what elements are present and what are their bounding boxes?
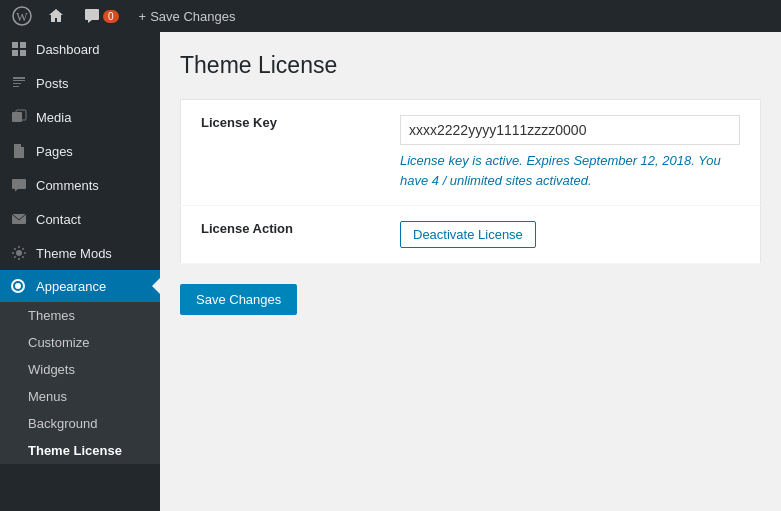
sidebar-item-theme-mods[interactable]: Theme Mods <box>0 236 160 270</box>
license-form-table: License Key License key is active. Expir… <box>180 99 761 264</box>
sidebar-item-pages[interactable]: Pages <box>0 134 160 168</box>
sidebar: Dashboard Posts Media Pages Comments <box>0 32 160 511</box>
sidebar-item-widgets[interactable]: Widgets <box>0 356 160 383</box>
pages-icon <box>10 142 28 160</box>
svg-point-9 <box>16 250 22 256</box>
posts-icon <box>10 74 28 92</box>
media-icon <box>10 108 28 126</box>
license-action-label: License Action <box>181 206 381 264</box>
sidebar-item-media[interactable]: Media <box>0 100 160 134</box>
sidebar-item-menus[interactable]: Menus <box>0 383 160 410</box>
sidebar-item-theme-license[interactable]: Theme License <box>0 437 160 464</box>
sidebar-label-media: Media <box>36 110 71 125</box>
license-key-input[interactable] <box>400 115 740 145</box>
sidebar-label-appearance: Appearance <box>36 279 106 294</box>
svg-rect-5 <box>20 50 26 56</box>
sidebar-label-theme-mods: Theme Mods <box>36 246 112 261</box>
svg-text:W: W <box>16 10 28 24</box>
appearance-arrow-icon <box>152 278 160 294</box>
sidebar-label-contact: Contact <box>36 212 81 227</box>
deactivate-license-button[interactable]: Deactivate License <box>400 221 536 248</box>
svg-rect-2 <box>12 42 18 48</box>
adminbar-comments[interactable]: 0 <box>76 0 127 32</box>
main-layout: Dashboard Posts Media Pages Comments <box>0 32 781 511</box>
svg-rect-4 <box>12 50 18 56</box>
license-key-row: License Key License key is active. Expir… <box>181 100 761 206</box>
license-status-text: License key is active. Expires September… <box>400 151 740 190</box>
comments-count: 0 <box>103 10 119 23</box>
sidebar-item-dashboard[interactable]: Dashboard <box>0 32 160 66</box>
dashboard-icon <box>10 40 28 58</box>
sidebar-label-pages: Pages <box>36 144 73 159</box>
license-action-cell: Deactivate License <box>380 206 761 264</box>
sidebar-label-dashboard: Dashboard <box>36 42 100 57</box>
sidebar-label-comments: Comments <box>36 178 99 193</box>
save-changes-button[interactable]: Save Changes <box>180 284 297 315</box>
sidebar-item-appearance[interactable]: Appearance <box>0 270 160 302</box>
sidebar-item-posts[interactable]: Posts <box>0 66 160 100</box>
sidebar-label-posts: Posts <box>36 76 69 91</box>
admin-bar: W 0 Save Changes <box>0 0 781 32</box>
license-action-row: License Action Deactivate License <box>181 206 761 264</box>
license-key-cell: License key is active. Expires September… <box>380 100 761 206</box>
license-key-label: License Key <box>181 100 381 206</box>
sidebar-item-background[interactable]: Background <box>0 410 160 437</box>
sidebar-item-customize[interactable]: Customize <box>0 329 160 356</box>
comments-sidebar-icon <box>10 176 28 194</box>
sidebar-item-comments[interactable]: Comments <box>0 168 160 202</box>
page-title: Theme License <box>180 52 761 79</box>
theme-mods-icon <box>10 244 28 262</box>
adminbar-new[interactable]: Save Changes <box>131 0 244 32</box>
sidebar-item-themes[interactable]: Themes <box>0 302 160 329</box>
main-content: Theme License License Key License key is… <box>160 32 781 511</box>
svg-rect-3 <box>20 42 26 48</box>
sidebar-item-contact[interactable]: Contact <box>0 202 160 236</box>
appearance-submenu: Themes Customize Widgets Menus Backgroun… <box>0 302 160 464</box>
wp-logo[interactable]: W <box>8 0 36 32</box>
contact-icon <box>10 210 28 228</box>
appearance-icon <box>10 278 28 294</box>
adminbar-home[interactable] <box>40 0 72 32</box>
